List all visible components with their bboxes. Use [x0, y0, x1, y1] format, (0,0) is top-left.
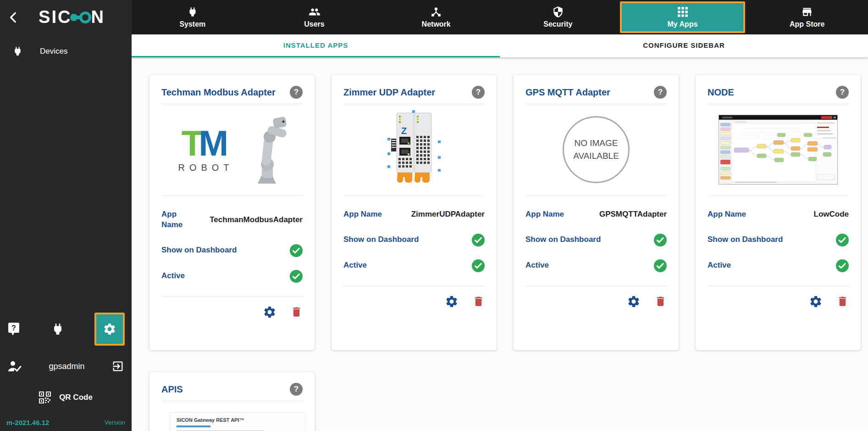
- main-content: Techman Modbus Adapter ? TM ROBOT: [132, 57, 868, 431]
- sidebar-item-devices[interactable]: Devices: [0, 34, 132, 68]
- divider: [343, 195, 485, 196]
- check-circle-icon[interactable]: [290, 244, 303, 257]
- api-doc-link-bar: [177, 425, 210, 427]
- trash-icon: [836, 295, 849, 308]
- chevron-left-icon: [7, 11, 21, 24]
- app-name-value: TechmanModbusAdapter: [210, 215, 303, 224]
- card-settings-button[interactable]: [627, 295, 641, 308]
- apps-grid-icon: [677, 6, 689, 18]
- help-button[interactable]: ?: [7, 322, 21, 336]
- divider: [343, 286, 485, 286]
- help-bubble-icon: ?: [7, 322, 21, 336]
- card-delete-button[interactable]: [290, 306, 303, 318]
- plug-icon: [187, 6, 199, 18]
- tab-configure-sidebar[interactable]: CONFIGURE SIDEBAR: [500, 34, 868, 57]
- device-plug-button[interactable]: [50, 322, 65, 336]
- divider: [708, 286, 849, 286]
- nav-item-app-store[interactable]: App Store: [746, 0, 868, 34]
- qr-code-label: QR Code: [59, 393, 93, 402]
- help-icon[interactable]: ?: [654, 86, 667, 99]
- logo-text-right: N: [91, 7, 105, 27]
- plug-icon: [50, 322, 65, 336]
- card-delete-button[interactable]: [836, 295, 849, 308]
- tab-installed-apps[interactable]: INSTALLED APPS: [132, 34, 500, 57]
- check-circle-icon[interactable]: [836, 259, 849, 272]
- card-title: NODE: [708, 87, 734, 98]
- app-name-label: App Name: [161, 209, 191, 230]
- app-name-label: App Name: [525, 209, 564, 220]
- app-card-gps-mqtt: GPS MQTT Adapter ? NO IMAGE AVAILABLE Ap…: [514, 75, 679, 350]
- help-icon[interactable]: ?: [836, 86, 849, 99]
- version-row: m-2021.46.12 Version: [6, 419, 125, 426]
- svg-text:Z: Z: [401, 126, 407, 136]
- card-title: APIS: [161, 384, 183, 395]
- help-icon[interactable]: ?: [472, 86, 485, 99]
- gear-icon: [445, 295, 459, 308]
- store-icon: [801, 6, 813, 18]
- network-hub-icon: [430, 6, 442, 18]
- app-name-label: App Name: [708, 209, 746, 220]
- check-circle-icon[interactable]: [654, 259, 667, 272]
- card-delete-button[interactable]: [654, 295, 667, 308]
- logout-button[interactable]: [111, 360, 124, 373]
- active-label: Active: [525, 260, 549, 271]
- nav-item-network[interactable]: Network: [375, 0, 497, 34]
- trash-icon: [472, 295, 485, 308]
- divider: [525, 195, 667, 196]
- check-circle-icon[interactable]: [836, 234, 849, 246]
- app-card-node: NODE ?: [696, 75, 861, 350]
- api-doc-image: SICON Gateway REST API™: [170, 412, 305, 431]
- check-circle-icon[interactable]: [654, 234, 667, 246]
- card-title: GPS MQTT Adapter: [525, 87, 610, 98]
- divider: [161, 297, 303, 297]
- card-delete-button[interactable]: [472, 295, 485, 308]
- app-card-apis: APIS ? SICON Gateway REST API™: [149, 372, 315, 431]
- gear-icon: [263, 305, 276, 319]
- nav-label: Security: [543, 20, 572, 28]
- card-settings-button[interactable]: [263, 305, 276, 319]
- tm-robot-logo: TM ROBOT: [176, 126, 233, 173]
- nav-item-system[interactable]: System: [132, 0, 254, 34]
- check-circle-icon[interactable]: [290, 270, 303, 283]
- brand-bar: SIC N: [0, 0, 132, 34]
- app-name-value: LowCode: [814, 210, 849, 219]
- logo-link-icon: [70, 11, 92, 24]
- app-card-techman: Techman Modbus Adapter ? TM ROBOT: [149, 75, 315, 350]
- nav-label: Users: [304, 20, 324, 28]
- help-icon[interactable]: ?: [290, 383, 303, 396]
- app-image: TM ROBOT: [161, 104, 303, 195]
- app-card-zimmer: Zimmer UDP Adapter ? Z: [332, 75, 497, 350]
- help-icon[interactable]: ?: [290, 86, 303, 99]
- nav-item-security[interactable]: Security: [497, 0, 619, 34]
- card-title: Zimmer UDP Adapter: [343, 87, 435, 98]
- app-name-value: ZimmerUDPAdapter: [411, 210, 485, 219]
- active-label: Active: [343, 260, 367, 271]
- divider: [161, 401, 303, 401]
- nav-item-my-apps[interactable]: My Apps: [620, 1, 746, 33]
- show-on-dashboard-label: Show on Dashboard: [343, 235, 419, 245]
- check-circle-icon[interactable]: [472, 234, 485, 246]
- app-image: Z: [343, 104, 485, 195]
- card-settings-button[interactable]: [445, 295, 459, 308]
- settings-button-highlighted[interactable]: [94, 313, 125, 346]
- zimmer-device-image: Z: [387, 110, 441, 189]
- check-circle-icon[interactable]: [472, 259, 485, 272]
- no-image-placeholder: NO IMAGE AVAILABLE: [563, 116, 630, 183]
- qr-code-button[interactable]: QR Code: [0, 387, 132, 408]
- logo-text-left: SIC: [39, 7, 72, 27]
- qr-code-icon: [39, 392, 51, 403]
- card-settings-button[interactable]: [809, 295, 823, 308]
- version-label: Version: [105, 419, 125, 426]
- divider: [525, 286, 667, 286]
- nav-item-users[interactable]: Users: [254, 0, 376, 34]
- nav-label: System: [179, 20, 205, 28]
- node-red-flow-image: [719, 115, 838, 185]
- active-label: Active: [161, 271, 185, 281]
- sicon-logo: SIC N: [24, 7, 120, 27]
- sidebar-tools: ?: [0, 312, 132, 346]
- app-name-label: App Name: [343, 209, 382, 220]
- users-icon: [309, 6, 321, 18]
- card-title: Techman Modbus Adapter: [161, 87, 276, 98]
- nav-label: Network: [422, 20, 451, 28]
- back-button[interactable]: [4, 7, 24, 28]
